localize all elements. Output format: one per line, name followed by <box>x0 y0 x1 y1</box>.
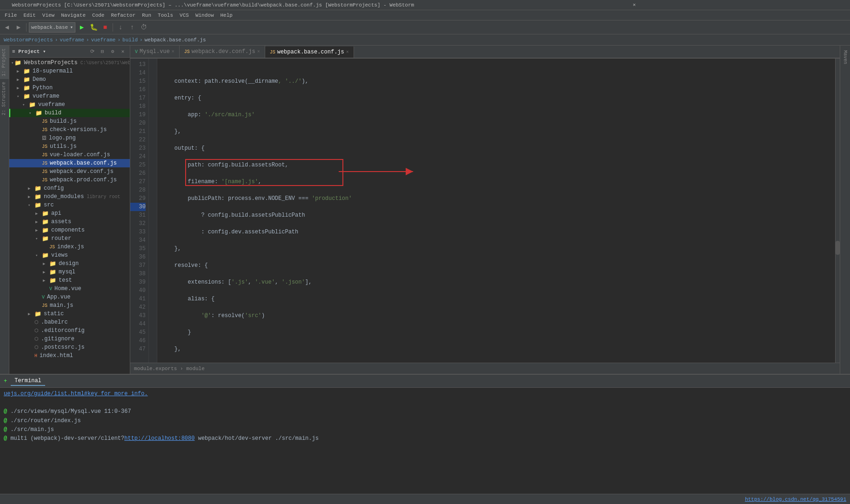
tree-webpackprod[interactable]: ▶ JS webpack.prod.conf.js <box>9 176 130 184</box>
tree-gitignore[interactable]: ⬡ .gitignore <box>9 335 130 343</box>
stop-button[interactable]: ■ <box>100 22 110 33</box>
collapse-all-icon[interactable]: ⊟ <box>98 47 107 56</box>
status-link[interactable]: https://blog.csdn.net/qq_31754591 <box>745 497 846 502</box>
menu-window[interactable]: Window <box>193 12 217 19</box>
tree-nodemodules[interactable]: ▶ 📁 node_modules library root <box>9 192 130 201</box>
tab-mysqlvue-close[interactable]: × <box>172 49 174 54</box>
tab-webpackdev-icon: JS <box>184 49 190 54</box>
project-panel: ≡ Project ▾ ⟳ ⊟ ⚙ ✕ ▾ 📁 WebstormProjects… <box>9 46 130 374</box>
tab-webpackbase-close[interactable]: × <box>346 50 349 55</box>
tree-src[interactable]: ▾ 📁 src <box>9 201 130 209</box>
tree-static[interactable]: ▶ 📁 static <box>9 310 130 318</box>
tree-build[interactable]: ▾ 📁 build <box>9 109 130 117</box>
path-vueframe2[interactable]: vueframe <box>91 37 116 43</box>
status-bar: https://blog.csdn.net/qq_31754591 <box>0 494 850 504</box>
tree-test[interactable]: ▶ 📁 test <box>9 276 130 285</box>
tree-design[interactable]: ▶ 📁 design <box>9 259 130 268</box>
terminal-plus-icon[interactable]: + <box>4 378 7 385</box>
tree-demo[interactable]: ▶ 📁 Demo <box>9 75 130 84</box>
menu-edit[interactable]: Edit <box>20 12 38 19</box>
code-content[interactable]: context: path.resolve(__dirname, '../'),… <box>157 59 835 363</box>
line-numbers: 13141516 17181920 21222324 25262728 2930… <box>130 59 149 363</box>
menu-bar: File Edit View Navigate Code Refactor Ru… <box>0 10 850 20</box>
menu-tools[interactable]: Tools <box>155 12 176 19</box>
tree-postcssrc[interactable]: ⬡ .postcssrc.js <box>9 343 130 351</box>
path-file: webpack.base.conf.js <box>145 37 206 43</box>
terminal-tab[interactable]: Terminal <box>11 377 45 386</box>
left-panel-strip: 1: Project 2: Structure <box>0 46 9 374</box>
menu-vcs[interactable]: VCS <box>177 12 192 19</box>
tree-utilsjs[interactable]: ▶ JS utils.js <box>9 142 130 151</box>
run-config-dropdown[interactable]: webpack.base ▾ <box>29 22 75 33</box>
tree-webpackbase[interactable]: ▶ JS webpack.base.conf.js <box>9 159 130 167</box>
run-button[interactable]: ▶ <box>77 22 87 33</box>
tree-logopng[interactable]: ▶ 🖼 logo.png <box>9 134 130 142</box>
tree-homevue[interactable]: ▶ V Home.vue <box>9 285 130 293</box>
toolbar-forward[interactable]: ▶ <box>13 22 24 33</box>
tree-vueloaderconf[interactable]: ▶ JS vue-loader.conf.js <box>9 151 130 159</box>
editor-scrollbar[interactable] <box>835 59 840 363</box>
scrollbar-thumb[interactable] <box>836 241 840 255</box>
menu-help[interactable]: Help <box>218 12 235 19</box>
window-close[interactable]: × <box>422 2 847 8</box>
project-label: ≡ Project ▾ <box>12 48 46 54</box>
tree-checkversions[interactable]: ▶ JS check-versions.js <box>9 126 130 134</box>
tree-mysql[interactable]: ▶ 📁 mysql <box>9 268 130 276</box>
tree-assets[interactable]: ▶ 📁 assets <box>9 218 130 226</box>
path-bar: WebstormProjects › vueframe › vueframe ›… <box>0 34 850 46</box>
tree-indexhtml[interactable]: H index.html <box>9 351 130 360</box>
breadcrumb-bar: module.exports › module <box>130 363 840 374</box>
maven-panel-tab[interactable]: Maven <box>842 47 849 67</box>
tab-webpackbase[interactable]: JS webpack.base.conf.js × <box>265 46 354 59</box>
title-bar: WebstormProjects [C:\Users\25071\Webstor… <box>0 0 850 10</box>
tree-python[interactable]: ▶ 📁 Python <box>9 84 130 92</box>
tree-buildjs[interactable]: ▶ JS build.js <box>9 117 130 126</box>
menu-run[interactable]: Run <box>139 12 154 19</box>
tree-components[interactable]: ▶ 📁 components <box>9 226 130 234</box>
hide-panel-icon[interactable]: ✕ <box>119 47 127 56</box>
tab-mysqlvue[interactable]: V Mysql.vue × <box>130 46 180 58</box>
tree-18supermall[interactable]: ▶ 📁 18-supermall <box>9 67 130 75</box>
structure-tab[interactable]: 2: Structure <box>0 79 9 118</box>
tree-babelrc[interactable]: ⬡ .babelrc <box>9 318 130 326</box>
tree-appvue[interactable]: ▶ V App.vue <box>9 293 130 301</box>
terminal-content: uejs.org/guide/list.html#key for more in… <box>0 388 850 494</box>
tree-router[interactable]: ▾ 📁 router <box>9 234 130 243</box>
sync-icon[interactable]: ⟳ <box>88 47 96 56</box>
path-build[interactable]: build <box>122 37 138 43</box>
debug-button[interactable]: 🐛 <box>88 22 99 33</box>
path-webstorm[interactable]: WebstormProjects <box>4 37 53 43</box>
git-push[interactable]: ↑ <box>127 22 137 33</box>
tree-config[interactable]: ▶ 📁 config <box>9 184 130 192</box>
tree-mainjs[interactable]: ▶ JS main.js <box>9 301 130 310</box>
term-line-1: uejs.org/guide/list.html#key for more in… <box>4 390 846 398</box>
code-editor[interactable]: 13141516 17181920 21222324 25262728 2930… <box>130 59 840 363</box>
menu-refactor[interactable]: Refactor <box>108 12 138 19</box>
tree-vueframe-inner[interactable]: ▾ 📁 vueframe <box>9 100 130 109</box>
menu-view[interactable]: View <box>40 12 57 19</box>
term-link[interactable]: uejs.org/guide/list.html#key for more in… <box>4 391 148 397</box>
toolbar-back[interactable]: ◀ <box>2 22 12 33</box>
term-line-at-3: @ ./src/main.js <box>4 425 846 434</box>
tree-vueframe[interactable]: ▾ 📁 vueframe <box>9 92 130 100</box>
menu-navigate[interactable]: Navigate <box>58 12 88 19</box>
tree-editorconfig[interactable]: ⬡ .editorconfig <box>9 326 130 335</box>
tree-api[interactable]: ▶ 📁 api <box>9 209 130 218</box>
git-history[interactable]: ⏱ <box>139 22 149 33</box>
toolbar-sep-2 <box>113 23 113 32</box>
settings-icon[interactable]: ⚙ <box>108 47 117 56</box>
term-link-localhost[interactable]: http://localhost:8080 <box>124 435 194 442</box>
tree-views[interactable]: ▾ 📁 views <box>9 251 130 259</box>
menu-code[interactable]: Code <box>89 12 107 19</box>
tree-root[interactable]: ▾ 📁 WebstormProjects C:\Users\25071\Webs… <box>9 59 130 67</box>
path-vueframe1[interactable]: vueframe <box>60 37 84 43</box>
tree-webpackdev[interactable]: ▶ JS webpack.dev.conf.js <box>9 167 130 176</box>
tab-mysqlvue-label: Mysql.vue <box>140 48 170 55</box>
tab-webpackdev[interactable]: JS webpack.dev.conf.js × <box>180 46 265 58</box>
git-update[interactable]: ↓ <box>115 22 126 33</box>
menu-file[interactable]: File <box>2 12 20 19</box>
tab-webpackdev-label: webpack.dev.conf.js <box>192 48 255 55</box>
project-tab[interactable]: 1: Project <box>0 46 9 79</box>
tree-router-indexjs[interactable]: ▶ JS index.js <box>9 243 130 251</box>
tab-webpackdev-close[interactable]: × <box>257 49 260 54</box>
